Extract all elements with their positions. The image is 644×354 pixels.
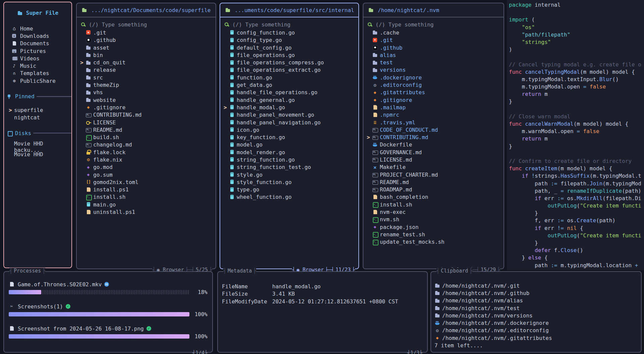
file-row-git[interactable]: .git — [367, 37, 502, 44]
sidebar-item-documents[interactable]: Documents — [9, 40, 71, 47]
file-row-wheel-function-go[interactable]: wheel_function.go — [224, 193, 356, 201]
pinned-item-superfile[interactable]: >superfile — [9, 106, 71, 114]
file-row-dockerignore[interactable]: .dockerignore — [367, 74, 502, 81]
file-row-update-test-mocks-sh[interactable]: update_test_mocks.sh — [367, 238, 502, 246]
file-row-alias[interactable]: alias — [367, 51, 502, 59]
file-row-string-function-test-go[interactable]: string_function_test.go — [224, 164, 356, 171]
file-row-file-operations-compress-go[interactable]: file_operations_compress.go — [224, 59, 356, 66]
file-row-cd-on-quit[interactable]: >cd_on_quit — [80, 59, 214, 66]
file-row-handle-genernal-go[interactable]: handle_genernal.go — [224, 96, 356, 104]
file-row-contributing-md[interactable]: >CONTRIBUTING.md — [367, 133, 502, 141]
file-row-uninstall-ps1[interactable]: uninstall.ps1 — [80, 208, 214, 216]
sidebar-item-templates[interactable]: Templates — [9, 70, 71, 77]
file-name: handle_panel_navigation.go — [237, 119, 320, 126]
file-row-readme-md[interactable]: README.md — [80, 126, 214, 133]
file-row-mailmap[interactable]: .mailmap — [367, 104, 502, 111]
file-row-editorconfig[interactable]: .editorconfig — [367, 81, 502, 88]
search-input[interactable]: (/) Type something — [367, 21, 502, 28]
file-row-dockerfile[interactable]: Dockerfile — [367, 141, 502, 149]
file-row-style-go[interactable]: style.go — [224, 171, 356, 178]
sidebar-item-videos[interactable]: Videos — [9, 55, 71, 62]
file-row-gitattributes[interactable]: .gitattributes — [367, 89, 502, 96]
file-row-config-function-go[interactable]: config_function.go — [224, 29, 356, 36]
file-row-flake-nix[interactable]: flake.nix — [80, 156, 214, 163]
code-token: (m model) model { — [558, 165, 612, 172]
file-row-icon-go[interactable]: icon.go — [224, 126, 356, 133]
file-row-governance-md[interactable]: GOVERNANCE.md — [367, 149, 502, 156]
search-input[interactable]: (/) Type something — [224, 21, 356, 28]
file-row-go-mod[interactable]: go.mod — [80, 164, 214, 171]
file-row-file-operations-extract-go[interactable]: file_operations_extract.go — [224, 66, 356, 74]
sidebar-item-home[interactable]: Home — [9, 25, 71, 32]
sidebar-item-pictures[interactable]: Pictures — [9, 47, 71, 55]
pinned-item-nightcat[interactable]: nightcat — [9, 114, 71, 121]
file-row-git[interactable]: .git — [80, 29, 214, 36]
file-row-code-of-conduct-md[interactable]: CODE_OF_CONDUCT.md — [367, 126, 502, 133]
file-row-website[interactable]: website — [80, 96, 214, 104]
file-row-src[interactable]: src — [80, 74, 214, 81]
file-row-handle-modal-go[interactable]: >handle_modal.go — [224, 104, 356, 111]
disk-item-movie-hhd-backu[interactable]: Movie HHD backu... — [9, 143, 71, 151]
file-row-build-sh[interactable]: build.sh — [80, 133, 214, 141]
file-panel-2[interactable]: ...uments/code/superfile/src/internal(/)… — [220, 3, 359, 269]
file-row-go-sum[interactable]: go.sum — [80, 171, 214, 178]
sidebar-item-downloads[interactable]: Downloads — [9, 32, 71, 40]
file-row-string-function-go[interactable]: string_function.go — [224, 156, 356, 163]
file-row-install-ps1[interactable]: install.ps1 — [80, 186, 214, 193]
file-row-default-config-go[interactable]: default_config.go — [224, 44, 356, 51]
file-row-changelog-md[interactable]: changelog.md — [80, 141, 214, 149]
file-row-install-sh[interactable]: install.sh — [80, 193, 214, 201]
file-row-release[interactable]: release — [80, 66, 214, 74]
file-row-main-go[interactable]: main.go — [80, 201, 214, 208]
file-row-package-json[interactable]: package.json — [367, 223, 502, 231]
file-row-cache[interactable]: .cache — [367, 29, 502, 36]
file-row-npmrc[interactable]: .npmrc — [367, 111, 502, 119]
file-name: string_function_test.go — [237, 164, 311, 170]
search-input[interactable]: (/) Type something — [80, 21, 214, 28]
file-row-vhs[interactable]: vhs — [80, 89, 214, 96]
file-row-flake-lock[interactable]: flake.lock — [80, 149, 214, 156]
file-row-handle-panel-navigation-go[interactable]: handle_panel_navigation.go — [224, 119, 356, 126]
file-row-contributing-md[interactable]: CONTRIBUTING.md — [80, 111, 214, 119]
file-row-test[interactable]: test — [367, 59, 502, 66]
file-row-themezip[interactable]: themeZip — [80, 81, 214, 88]
code-line: err := os.MkdirAll(path, 0755) — [509, 270, 644, 270]
file-row-github[interactable]: .github — [367, 44, 502, 51]
sidebar-item-publicshare[interactable]: PublicShare — [9, 77, 71, 84]
file-row-file-operations-go[interactable]: file_operations.go — [224, 51, 356, 59]
file-row-model-render-go[interactable]: model_render.go — [224, 149, 356, 156]
file-row-handle-panel-movement-go[interactable]: handle_panel_movement.go — [224, 111, 356, 119]
file-row-function-go[interactable]: function.go — [224, 74, 356, 81]
file-row-asset[interactable]: asset — [80, 44, 214, 51]
file-row-model-go[interactable]: model.go — [224, 141, 356, 149]
sidebar-item-music[interactable]: Music — [9, 62, 71, 69]
file-row-rename-test-sh[interactable]: rename_test.sh — [367, 231, 502, 238]
file-row-license-md[interactable]: LICENSE.md — [367, 156, 502, 163]
file-row-bash-completion[interactable]: bash_completion — [367, 193, 502, 201]
file-row-github[interactable]: .github — [80, 37, 214, 44]
file-row-versions[interactable]: versions — [367, 66, 502, 74]
file-row-gitignore[interactable]: .gitignore — [367, 96, 502, 104]
file-panel-1[interactable]: .../nightcat/Documents/code/superfile(/)… — [76, 3, 216, 269]
file-row-handle-file-operations-go[interactable]: handle_file_operations.go — [224, 89, 356, 96]
file-name: install.sh — [93, 194, 125, 200]
file-row-roadmap-md[interactable]: ROADMAP.md — [367, 186, 502, 193]
file-row-config-type-go[interactable]: config_type.go — [224, 37, 356, 44]
file-row-nvm-sh[interactable]: nvm.sh — [367, 216, 502, 223]
file-row-bin[interactable]: bin — [80, 51, 214, 59]
file-panel-3[interactable]: /home/nightcat/.nvm(/) Type something.ca… — [363, 3, 504, 269]
file-row-get-data-go[interactable]: get_data.go — [224, 81, 356, 88]
file-row-type-go[interactable]: type.go — [224, 186, 356, 193]
file-row-readme-md[interactable]: README.md — [367, 178, 502, 186]
file-row-gitignore[interactable]: .gitignore — [80, 104, 214, 111]
file-row-nvm-exec[interactable]: nvm-exec — [367, 208, 502, 216]
file-row-key-function-go[interactable]: key_function.go — [224, 133, 356, 141]
file-row-license[interactable]: LICENSE — [80, 119, 214, 126]
file-row-project-charter-md[interactable]: PROJECT_CHARTER.md — [367, 171, 502, 178]
file-row-gomod2nix-toml[interactable]: gomod2nix.toml — [80, 178, 214, 186]
clipboard-path: /home/nightcat/.nvm/.dockerignore — [442, 320, 549, 326]
file-row-makefile[interactable]: Makefile — [367, 164, 502, 171]
file-row-style-function-go[interactable]: style_function.go — [224, 178, 356, 186]
file-row-install-sh[interactable]: install.sh — [367, 201, 502, 208]
file-row-travis-yml[interactable]: .travis.yml — [367, 119, 502, 126]
